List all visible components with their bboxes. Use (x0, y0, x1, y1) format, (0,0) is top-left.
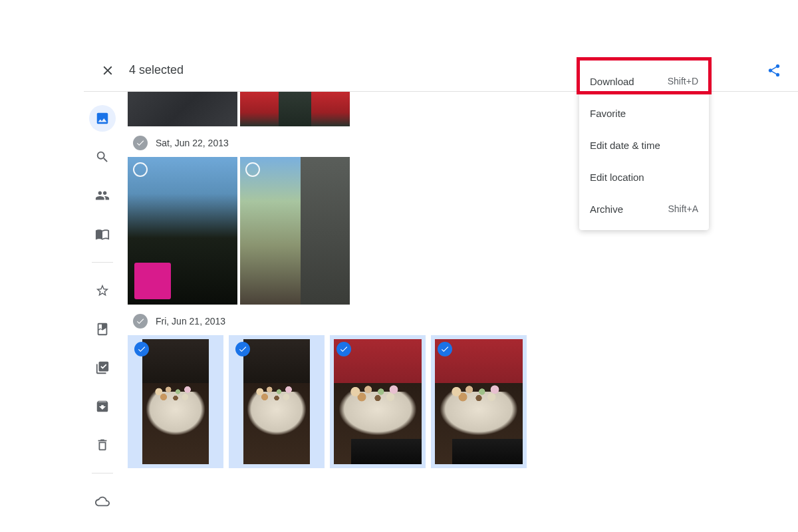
bookmark-photo-icon (95, 322, 110, 336)
menu-label: Download (590, 76, 634, 87)
selection-ring[interactable] (245, 162, 260, 177)
check-icon (238, 344, 247, 354)
menu-label: Edit date & time (590, 140, 660, 151)
menu-shortcut: Shift+D (668, 76, 698, 86)
selected-check-badge[interactable] (235, 342, 250, 356)
nav-favorites[interactable] (89, 277, 116, 304)
photo-thumbnail[interactable] (240, 92, 350, 126)
nav-photos[interactable] (89, 105, 116, 132)
menu-label: Archive (590, 203, 623, 215)
selected-check-badge[interactable] (438, 342, 452, 356)
nav-trash[interactable] (89, 432, 116, 458)
close-selection-button[interactable] (94, 57, 121, 84)
search-icon (95, 150, 110, 164)
date-label: Fri, Jun 21, 2013 (156, 316, 225, 327)
star-icon (95, 283, 110, 298)
check-icon (339, 344, 348, 354)
menu-shortcut: Shift+A (668, 203, 698, 214)
select-date-group-button[interactable] (133, 314, 148, 329)
menu-item-archive[interactable]: Archive Shift+A (579, 193, 709, 225)
left-sidebar (84, 105, 121, 515)
photo-thumbnail[interactable] (128, 157, 237, 305)
stack-check-icon (95, 360, 110, 375)
trash-icon (95, 438, 110, 452)
selection-count: 4 selected (129, 63, 184, 77)
nav-archive[interactable] (89, 393, 116, 420)
photo-thumbnail[interactable] (128, 92, 237, 126)
nav-albums[interactable] (89, 316, 116, 342)
selection-ring[interactable] (133, 162, 148, 177)
nav-sharing[interactable] (89, 182, 116, 209)
menu-item-edit-location[interactable]: Edit location (579, 161, 709, 193)
close-icon (100, 63, 115, 78)
menu-item-edit-date[interactable]: Edit date & time (579, 129, 709, 161)
check-icon (440, 344, 450, 354)
photo-thumbnail-selected[interactable] (229, 335, 325, 468)
nav-library[interactable] (89, 221, 116, 247)
sidebar-separator (92, 262, 113, 263)
menu-label: Favorite (590, 108, 626, 119)
check-icon (137, 344, 146, 354)
photo-thumbnail[interactable] (240, 157, 350, 305)
cloud-icon (95, 494, 110, 509)
menu-item-download[interactable]: Download Shift+D (579, 65, 709, 97)
share-button[interactable] (761, 57, 787, 84)
people-icon (95, 188, 110, 203)
selected-check-badge[interactable] (134, 342, 149, 356)
photo-thumbnail-selected[interactable] (330, 335, 426, 468)
date-header[interactable]: Fri, Jun 21, 2013 (133, 314, 798, 329)
selected-check-badge[interactable] (336, 342, 351, 356)
date-label: Sat, Jun 22, 2013 (156, 138, 229, 148)
select-date-group-button[interactable] (133, 136, 148, 150)
nav-utilities[interactable] (89, 354, 116, 381)
share-icon (767, 63, 781, 78)
menu-item-favorite[interactable]: Favorite (579, 97, 709, 129)
check-icon (136, 138, 145, 148)
nav-search[interactable] (89, 144, 116, 170)
menu-label: Edit location (590, 172, 644, 183)
archive-icon (95, 399, 110, 414)
nav-storage[interactable] (89, 488, 116, 515)
sidebar-separator (92, 473, 113, 473)
photo-icon (95, 111, 110, 126)
book-icon (95, 227, 110, 241)
overflow-menu: Download Shift+D Favorite Edit date & ti… (579, 60, 709, 230)
check-icon (136, 317, 145, 326)
photo-thumbnail-selected[interactable] (128, 335, 223, 468)
photo-thumbnail-selected[interactable] (431, 335, 527, 468)
